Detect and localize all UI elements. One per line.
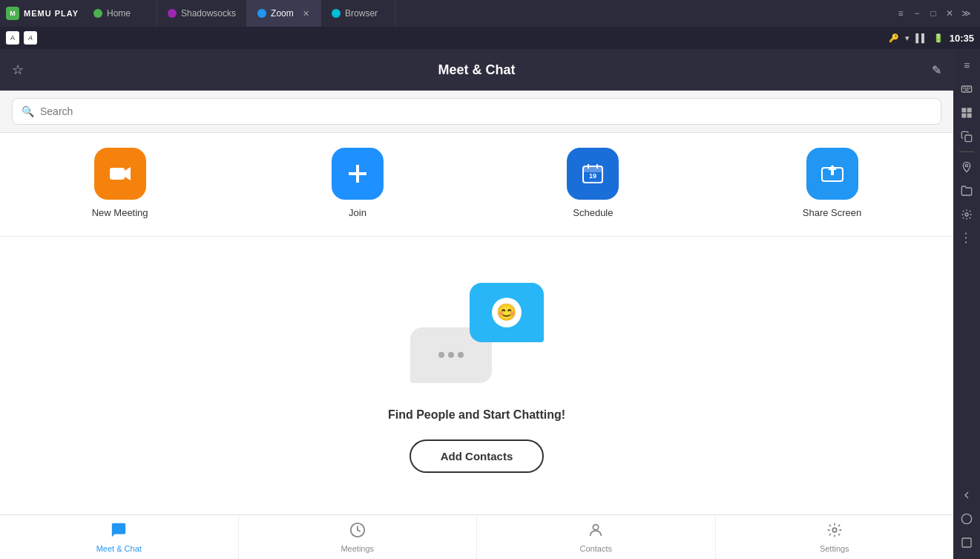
- memu-logo-area: M MEMU PLAY: [0, 7, 79, 20]
- svg-rect-14: [961, 86, 971, 92]
- nav-meetings[interactable]: Meetings: [239, 515, 478, 559]
- maximize-btn[interactable]: □: [928, 8, 938, 19]
- schedule-icon-btn[interactable]: 19: [567, 148, 619, 200]
- plus-icon: [346, 162, 369, 186]
- svg-marker-1: [125, 167, 131, 180]
- sys-btn-1[interactable]: A: [6, 31, 19, 45]
- close-btn[interactable]: ✕: [944, 8, 955, 19]
- tab-home[interactable]: Home: [83, 0, 157, 27]
- share-screen-icon-btn[interactable]: [806, 148, 858, 200]
- nav-contacts[interactable]: Contacts: [477, 515, 716, 559]
- nav-settings[interactable]: Settings: [716, 515, 954, 559]
- window-controls: ≡ − □ ✕ ≫: [895, 8, 971, 19]
- svg-rect-5: [583, 166, 602, 172]
- calendar-icon: 19: [581, 162, 605, 186]
- join-icon-btn[interactable]: [332, 148, 384, 200]
- sidebar-more-icon[interactable]: ···: [956, 228, 977, 249]
- svg-rect-3: [349, 172, 366, 175]
- sidebar-folder-icon[interactable]: [956, 180, 977, 201]
- share-screen-action[interactable]: Share Screen: [803, 148, 862, 218]
- tab-shadowsocks-favicon: [168, 9, 177, 18]
- chat-bubble-blue: 😊: [470, 283, 544, 342]
- empty-state-title: Find People and Start Chatting!: [388, 408, 565, 422]
- memu-icon: M: [6, 7, 19, 20]
- favorite-icon[interactable]: ☆: [12, 62, 24, 78]
- svg-rect-23: [967, 114, 972, 118]
- signal-icon: ▌▌: [915, 33, 927, 42]
- share-screen-label: Share Screen: [803, 207, 862, 218]
- minimize-btn[interactable]: −: [912, 8, 922, 19]
- share-screen-icon: [820, 162, 844, 186]
- tab-zoom[interactable]: Zoom ✕: [247, 0, 321, 27]
- chat-dot-1: [438, 352, 444, 358]
- nav-meet-chat-icon: [111, 522, 127, 542]
- search-icon: 🔍: [22, 105, 34, 117]
- right-sidebar: ≡: [953, 49, 980, 559]
- expand-btn[interactable]: ≫: [961, 8, 971, 19]
- new-meeting-action[interactable]: New Meeting: [92, 148, 148, 218]
- tab-home-favicon: [93, 9, 102, 18]
- svg-rect-28: [962, 538, 971, 547]
- tab-shadowsocks-label: Shadowsocks: [181, 8, 236, 19]
- schedule-action[interactable]: 19 Schedule: [567, 148, 619, 218]
- search-bar: 🔍: [12, 98, 941, 125]
- nav-contacts-icon: [588, 522, 604, 542]
- titlebar-right: ≡ − □ ✕ ≫: [895, 8, 980, 19]
- sys-left-icons: A A: [6, 31, 37, 45]
- tab-home-label: Home: [107, 8, 131, 19]
- video-camera-icon: [108, 162, 132, 186]
- sys-btn-2[interactable]: A: [24, 31, 37, 45]
- illustration: 😊: [410, 279, 544, 390]
- join-action[interactable]: Join: [332, 148, 384, 218]
- app-title: Meet & Chat: [438, 62, 515, 78]
- sidebar-back-icon[interactable]: [956, 485, 977, 506]
- nav-meetings-label: Meetings: [341, 544, 374, 553]
- hamburger-menu-btn[interactable]: ≡: [895, 8, 906, 19]
- sidebar-square-icon[interactable]: [956, 532, 977, 553]
- app-container: ☆ Meet & Chat ✎ 🔍 New Meeting: [0, 49, 953, 559]
- nav-settings-label: Settings: [820, 544, 849, 553]
- new-meeting-icon-btn[interactable]: [94, 148, 146, 200]
- svg-rect-21: [967, 108, 972, 112]
- app-header: ☆ Meet & Chat ✎: [0, 49, 953, 91]
- sidebar-gear-icon[interactable]: [956, 204, 977, 225]
- tab-browser[interactable]: Browser: [321, 0, 395, 27]
- nav-meet-chat-label: Meet & Chat: [96, 544, 142, 553]
- sidebar-hamburger-icon[interactable]: ≡: [956, 55, 977, 76]
- sidebar-grid-icon[interactable]: [956, 102, 977, 123]
- chat-dot-3: [458, 352, 464, 358]
- battery-icon: 🔋: [933, 33, 944, 43]
- tab-zoom-close[interactable]: ✕: [303, 9, 309, 19]
- tab-shadowsocks[interactable]: Shadowsocks: [157, 0, 247, 27]
- nav-meetings-icon: [349, 522, 366, 542]
- time-display: 10:35: [950, 33, 974, 44]
- svg-rect-20: [961, 108, 966, 112]
- sidebar-copy-icon[interactable]: [956, 126, 977, 147]
- schedule-label: Schedule: [573, 207, 613, 218]
- smiley-face: 😊: [492, 298, 522, 327]
- add-contacts-button[interactable]: Add Contacts: [410, 439, 545, 473]
- tab-zoom-label: Zoom: [271, 8, 294, 19]
- nav-settings-icon: [826, 522, 843, 542]
- search-input[interactable]: [40, 105, 932, 117]
- actions-area: New Meeting Join 19 Schedu: [0, 133, 953, 237]
- title-bar: M MEMU PLAY Home Shadowsocks Zoom ✕ Brow…: [0, 0, 980, 27]
- nav-contacts-label: Contacts: [580, 544, 612, 553]
- sidebar-keyboard-icon[interactable]: [956, 79, 977, 99]
- memu-text: MEMU PLAY: [24, 9, 79, 18]
- sidebar-home-circle-icon[interactable]: [956, 509, 977, 529]
- svg-point-26: [965, 213, 968, 216]
- key-icon: 🔑: [889, 33, 899, 43]
- nav-meet-chat[interactable]: Meet & Chat: [0, 515, 239, 559]
- svg-point-12: [593, 524, 599, 529]
- sidebar-divider-1: [959, 151, 974, 152]
- tab-zoom-favicon: [257, 9, 266, 18]
- search-bar-container: 🔍: [0, 91, 953, 133]
- svg-point-13: [832, 528, 837, 532]
- sidebar-location-icon[interactable]: [956, 157, 977, 177]
- sys-right-area: 🔑 ▾ ▌▌ 🔋 10:35: [889, 33, 974, 44]
- compose-icon[interactable]: ✎: [932, 63, 941, 77]
- wifi-icon: ▾: [905, 33, 910, 43]
- svg-rect-24: [965, 135, 972, 142]
- bottom-nav: Meet & Chat Meetings Contacts: [0, 514, 953, 559]
